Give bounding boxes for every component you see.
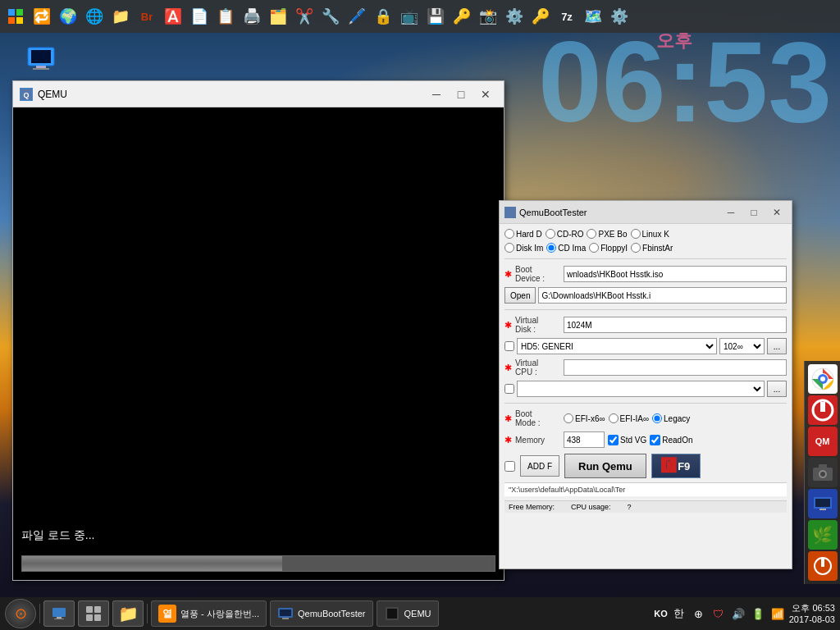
qemu-window: Q QEMU ─ □ ✕ 파일 로드 중... [12,80,504,581]
std-vg-checkbox-label[interactable]: Std VG [608,435,646,445]
radio-efi-x6-input[interactable] [564,413,573,423]
radio-efi-ia[interactable]: EFI-IA∞ [609,413,649,423]
qemu-minimize-button[interactable]: ─ [425,85,448,103]
radio-cdro-input[interactable] [546,229,555,239]
hd-dots-button[interactable]: ... [767,338,787,354]
tray-clock[interactable]: 오후 06:53 2017-08-03 [789,602,835,626]
taskbar-icon-1[interactable]: 🔁 [30,4,54,29]
boot-tester-close-button[interactable]: ✕ [767,204,787,221]
cpu-checkbox[interactable] [504,384,514,394]
radio-efi-ia-input[interactable] [609,413,619,423]
taskbar-icon-12[interactable]: 🖊️ [345,4,369,29]
svg-rect-22 [819,509,826,510]
radio-linuxk-input[interactable] [631,229,641,239]
add-checkbox[interactable] [504,461,515,472]
read-on-checkbox[interactable] [650,435,660,445]
radio-cdima[interactable]: CD Ima [546,243,586,253]
taskbar-icon-4[interactable]: 📁 [108,4,133,29]
taskbar-icon-11[interactable]: 🔧 [318,4,343,29]
red-dock-icon[interactable] [808,395,838,425]
taskbar-icon-8[interactable]: 🖨️ [240,4,264,29]
boot-device-input[interactable] [564,266,787,282]
boot-tester-maximize-button[interactable]: □ [744,204,764,221]
radio-hardd-input[interactable] [504,229,514,239]
taskbar-icon-13[interactable]: 🔒 [371,4,395,29]
radio-fbinstar-input[interactable] [631,243,641,253]
taskbar-icon-17[interactable]: 📸 [476,4,500,29]
qemu-close-button[interactable]: ✕ [474,85,497,103]
radio-pxebo-input[interactable] [587,229,596,239]
hd-select[interactable]: HD5: GENERI [517,338,717,354]
radio-cdima-input[interactable] [546,243,556,253]
cpu-dots-button[interactable]: ... [767,381,787,397]
start-button[interactable]: ⊙ [5,599,36,628]
blue-dock-icon[interactable] [808,489,838,518]
taskbar-icon-15[interactable]: 💾 [423,4,448,29]
memory-label: Memory [515,436,560,445]
task-view-button[interactable] [78,600,109,627]
green-dock-icon[interactable]: 🌿 [808,520,838,550]
radio-legacy-input[interactable] [652,413,662,423]
antivirus-icon[interactable]: 🛡 [710,605,727,622]
radio-diskim-input[interactable] [504,243,514,253]
taskbar-icon-21[interactable]: 🗺️ [581,4,605,29]
taskbar-icon-22[interactable]: ⚙️ [607,4,632,29]
read-on-checkbox-label[interactable]: ReadOn [650,435,692,445]
taskbar-icon-7[interactable]: 📋 [213,4,238,29]
radio-diskim[interactable]: Disk Im [504,243,543,253]
std-vg-checkbox[interactable] [608,435,619,445]
network-wifi-icon[interactable]: 📶 [769,605,786,622]
virtual-disk-input[interactable] [564,317,787,333]
network-icon[interactable]: ⊕ [691,605,707,622]
open-path-input[interactable] [538,287,787,304]
radio-efi-x6[interactable]: EFI-x6∞ [564,413,605,423]
file-explorer-button[interactable]: 📁 [112,600,144,627]
taskbar-icon-0[interactable] [3,4,28,29]
taskbar-icon-20[interactable]: 7z [555,4,579,29]
run-qemu-button[interactable]: Run Qemu [564,454,646,478]
qemu-maximize-button[interactable]: □ [450,85,472,103]
hd-checkbox[interactable] [504,341,514,351]
radio-legacy[interactable]: Legacy [652,413,690,423]
app-qemu[interactable]: QEMU [377,600,439,627]
radio-fbinstar[interactable]: FbinstAr [631,243,673,253]
app-yeolpoong[interactable]: 열 열풍 - 사랑을한번... [151,600,267,627]
boot-tester-minimize-button[interactable]: ─ [721,204,741,221]
taskbar-icon-18[interactable]: ⚙️ [502,4,527,29]
chrome-dock-icon[interactable] [808,364,838,394]
taskbar-icon-14[interactable]: 📺 [397,4,422,29]
svg-text:Q: Q [23,91,29,99]
taskbar-icon-br[interactable]: Br [135,4,159,29]
virtual-cpu-input[interactable] [564,359,787,376]
camera-dock-icon[interactable] [808,458,838,487]
radio-hardd[interactable]: Hard D [504,229,542,239]
taskbar-icon-10[interactable]: ✂️ [292,4,317,29]
show-desktop-button[interactable] [43,600,75,627]
radio-pxebo[interactable]: PXE Bo [587,229,627,239]
cpu-select[interactable] [517,381,765,397]
radio-floppyi[interactable]: FloppyI [589,243,628,253]
f9-button[interactable]: 🅾 F9 [651,454,701,478]
taskbar-icon-6[interactable]: 📄 [187,4,212,29]
speaker-icon[interactable]: 🔊 [730,605,746,622]
radio-cdro[interactable]: CD-RO [546,229,584,239]
size-select[interactable]: 102∞ [719,338,765,354]
qm-dock-icon[interactable]: QM [808,427,838,456]
power-dock-icon[interactable] [808,551,838,581]
radio-cdima-label: CD Ima [558,244,586,253]
battery-icon[interactable]: 🔋 [750,605,766,622]
add-checkbox-label[interactable] [504,461,515,472]
add-button[interactable]: ADD F [520,455,559,477]
radio-floppyi-input[interactable] [589,243,599,253]
taskbar-icon-3[interactable]: 🌐 [82,4,107,29]
radio-linuxk[interactable]: Linux K [631,229,669,239]
open-button[interactable]: Open [504,287,536,304]
taskbar-icon-16[interactable]: 🔑 [450,4,474,29]
memory-input[interactable] [564,431,605,448]
taskbar-icon-9[interactable]: 🗂️ [266,4,290,29]
taskbar-icon-5[interactable]: 🅰️ [161,4,185,29]
taskbar-icon-19[interactable]: 🔑 [528,4,553,29]
korean-input-icon[interactable]: 한 [671,605,687,622]
app-qemuboot[interactable]: QemuBootTester [270,600,373,627]
taskbar-icon-2[interactable]: 🌍 [56,4,80,29]
